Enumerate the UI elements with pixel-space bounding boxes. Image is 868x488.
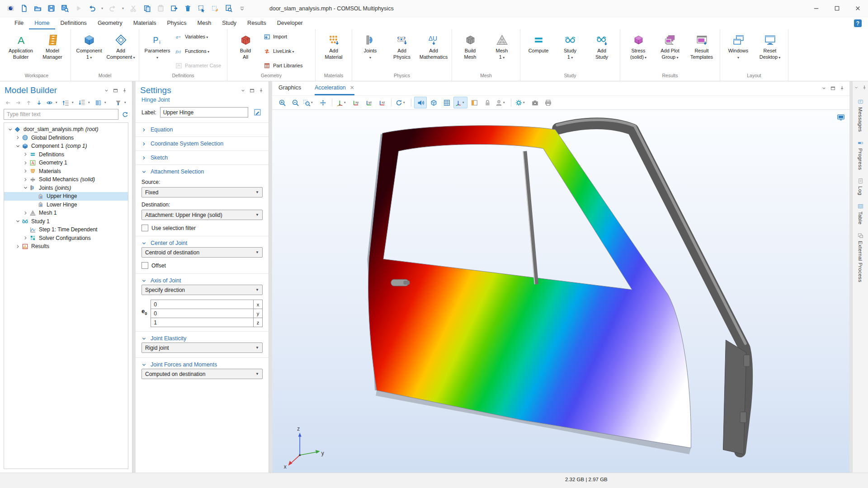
stress-button[interactable]: Stress(solid) ▾ [623, 32, 654, 71]
paste-icon[interactable] [155, 3, 166, 14]
show-caret-icon[interactable]: ▾ [56, 101, 60, 104]
viewport-corner-icon[interactable] [837, 113, 845, 122]
side-tab-progress[interactable]: Progress [858, 136, 863, 174]
variables-button[interactable]: a=Variables ▾ [175, 32, 222, 41]
orientation-button[interactable]: ▾ [453, 97, 467, 108]
app-builder-button[interactable]: AApplicationBuilder [5, 32, 36, 71]
side-menu-icon[interactable] [854, 85, 859, 90]
collapse-all-caret-icon[interactable]: ▾ [88, 101, 92, 104]
tree-columns-caret-icon[interactable]: ▾ [104, 101, 108, 104]
label-options-button[interactable] [252, 108, 263, 117]
reset-desktop-button[interactable]: ResetDesktop ▾ [755, 32, 785, 71]
expand-all-caret-icon[interactable]: ▾ [72, 101, 76, 104]
part-lib-button[interactable]: Part Libraries [264, 61, 311, 70]
tree-item-definitions[interactable]: Definitions [4, 150, 128, 159]
model-builder-menu-icon[interactable] [104, 88, 109, 94]
scene-light-button[interactable] [427, 97, 440, 108]
rotate-caret-icon[interactable]: ▾ [403, 101, 407, 104]
view-xy-button[interactable]: xy [349, 97, 362, 108]
show-grid-button[interactable] [440, 97, 453, 108]
duplicate-icon[interactable] [168, 3, 180, 14]
tree-closed-chevron-icon[interactable] [22, 235, 29, 240]
tree-open-chevron-icon[interactable] [22, 185, 29, 190]
add-physics-button[interactable]: AddPhysics [387, 32, 417, 71]
maximize-button[interactable] [826, 0, 847, 17]
build-mesh-button[interactable]: BuildMesh [455, 32, 486, 71]
tree-item-results[interactable]: Results [4, 242, 128, 251]
component-button[interactable]: Component1 ▾ [74, 32, 104, 71]
livelink-button[interactable]: LiveLink ▾ [264, 47, 311, 56]
settings-float-icon[interactable] [249, 88, 255, 94]
refresh-icon[interactable] [122, 111, 128, 118]
section-header[interactable]: Coordinate System Selection [142, 141, 263, 147]
clear-selection-icon[interactable] [209, 3, 221, 14]
new-file-icon[interactable] [18, 3, 30, 14]
snapshot-button[interactable] [528, 97, 541, 108]
add-component-button[interactable]: AddComponent ▾ [105, 32, 136, 71]
tree-item-upper-hinge[interactable]: Upper Hinge [4, 192, 128, 201]
menu-item-geometry[interactable]: Geometry [92, 17, 128, 30]
zoom-extents-button[interactable] [316, 97, 329, 108]
filter-funnel-caret-icon[interactable]: ▾ [124, 101, 128, 104]
menu-item-file[interactable]: File [9, 17, 29, 30]
section-header[interactable]: Attachment Selection [142, 169, 263, 175]
tree-item-joints[interactable]: Joints(joints) [4, 184, 128, 192]
dropdown-attachment-upper-hinge-solid-[interactable]: Attachment: Upper Hinge (solid)▼ [142, 210, 263, 220]
menu-item-study[interactable]: Study [217, 17, 242, 30]
update-plot-caret-icon[interactable]: ▾ [523, 101, 527, 104]
viewport-3d-scene[interactable]: z y x [272, 110, 849, 473]
menu-item-developer[interactable]: Developer [272, 17, 308, 30]
windows-button[interactable]: Windows ▾ [723, 32, 754, 71]
zoom-box-caret-icon[interactable]: ▾ [311, 101, 315, 104]
mesh-tri-button[interactable]: Mesh1 ▾ [486, 32, 517, 71]
delete-icon[interactable] [182, 3, 193, 14]
zoom-box-button[interactable]: ▾ [302, 97, 316, 108]
tree-open-chevron-icon[interactable] [7, 127, 14, 132]
section-header[interactable]: Equation [142, 127, 263, 133]
play-icon[interactable] [72, 3, 84, 14]
move-down-icon[interactable] [35, 99, 43, 107]
tree-item-lower-hinge[interactable]: Lower Hinge [4, 201, 128, 209]
tree-item-solver-configurations[interactable]: Solver Configurations [4, 234, 128, 243]
tree-item-solid-mechanics[interactable]: Solid Mechanics(solid) [4, 175, 128, 184]
open-file-icon[interactable] [32, 3, 43, 14]
model-builder-pin-icon[interactable] [122, 88, 127, 94]
undo-caret-icon[interactable]: ▾ [99, 3, 105, 14]
side-tab-external-process[interactable]: External Process [858, 229, 863, 286]
checkbox-box[interactable] [142, 262, 148, 269]
model-builder-float-icon[interactable] [113, 88, 118, 94]
tree-closed-chevron-icon[interactable] [22, 152, 29, 157]
menu-item-results[interactable]: Results [242, 17, 272, 30]
undo-icon[interactable] [86, 3, 98, 14]
forward-icon[interactable] [14, 99, 23, 107]
model-manager-button[interactable]: ModelManager [37, 32, 68, 71]
toolbar-options-icon[interactable] [236, 3, 248, 14]
split-view-button[interactable] [468, 97, 481, 108]
lock-button[interactable] [481, 97, 494, 108]
functions-button[interactable]: f(x)Functions ▾ [175, 47, 222, 56]
tab-close-icon[interactable]: ✕ [350, 84, 354, 91]
save-as-icon[interactable] [59, 3, 71, 14]
add-material-button[interactable]: AddMaterial [318, 32, 349, 71]
parameters-button[interactable]: PiParameters ▾ [142, 32, 173, 71]
zoom-in-button[interactable] [276, 97, 288, 108]
move-up-icon[interactable] [24, 99, 33, 107]
tree-closed-chevron-icon[interactable] [14, 244, 21, 249]
help-button[interactable]: ? [854, 19, 862, 27]
dropdown-fixed[interactable]: Fixed▼ [142, 187, 263, 197]
tree-item-geometry-1[interactable]: AGeometry 1 [4, 159, 128, 167]
view-xz-button[interactable]: xz [376, 97, 388, 108]
section-header[interactable]: Axis of Joint [142, 277, 263, 284]
tree-closed-chevron-icon[interactable] [14, 135, 21, 140]
section-header[interactable]: Center of Joint [142, 240, 263, 246]
graphics-float-icon[interactable] [830, 85, 836, 91]
filter-funnel-icon[interactable] [114, 99, 123, 107]
vector-input-z[interactable] [151, 318, 254, 327]
tree-columns-icon[interactable] [94, 99, 103, 107]
find-icon[interactable] [222, 3, 234, 14]
dropdown-centroid-of-destination[interactable]: Centroid of destination▼ [142, 247, 263, 258]
tree-open-chevron-icon[interactable] [14, 144, 21, 149]
tree-item-global-definitions[interactable]: Global Definitions [4, 134, 128, 142]
expand-all-icon[interactable] [61, 99, 70, 107]
side-tab-log[interactable]: Log [858, 174, 863, 199]
